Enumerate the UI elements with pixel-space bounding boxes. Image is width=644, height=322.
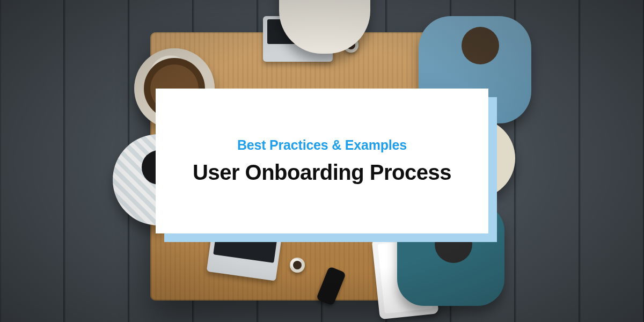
coffee-mug-icon: [290, 258, 305, 273]
headline-text: User Onboarding Process: [193, 160, 451, 185]
hero-banner: Best Practices & Examples User Onboardin…: [0, 0, 644, 322]
title-card: Best Practices & Examples User Onboardin…: [156, 89, 488, 233]
title-card-surface: Best Practices & Examples User Onboardin…: [156, 89, 488, 233]
eyebrow-text: Best Practices & Examples: [237, 137, 407, 153]
